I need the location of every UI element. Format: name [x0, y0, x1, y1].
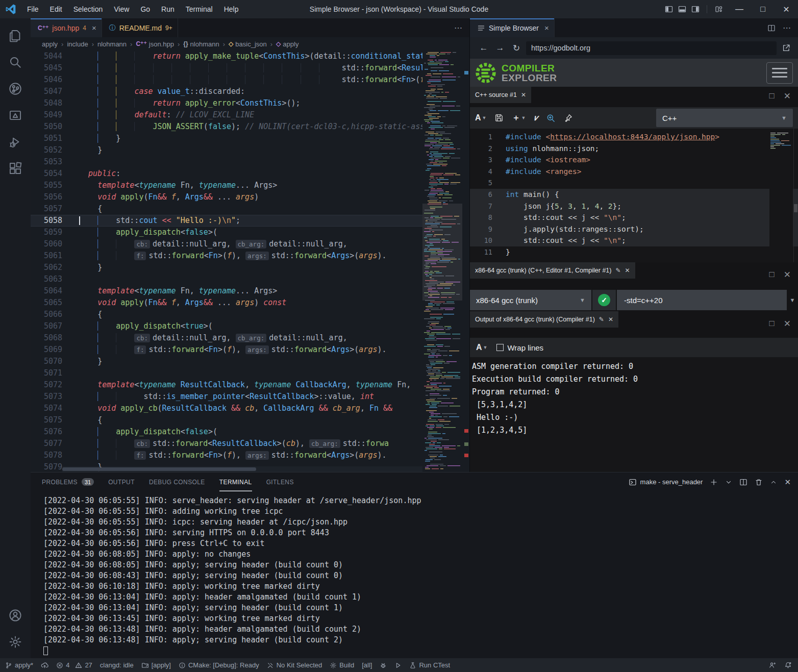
status-apply[interactable]: apply*	[5, 661, 33, 669]
source-control-icon[interactable]	[3, 76, 28, 102]
code-line-5077[interactable]: 5077 cb:std::forward<ResultCallback>(cb)…	[31, 438, 469, 450]
code-line-5078[interactable]: 5078 f:std::forward<Fn>(f), args:std::fo…	[31, 450, 469, 461]
tab-readme.md[interactable]: ⓘREADME.md9+	[102, 18, 178, 37]
code-line-5047[interactable]: 5047 case value_t::discarded:	[31, 86, 469, 97]
code-line-5053[interactable]: 5053	[31, 156, 469, 168]
tab-json.hpp[interactable]: C⁺⁺json.hpp4×	[31, 18, 102, 37]
close-pane-icon[interactable]: ✕	[784, 269, 791, 280]
close-tab-icon[interactable]: ×	[92, 23, 96, 32]
open-external-icon[interactable]	[780, 43, 793, 53]
godbolt-line-3[interactable]: 3#include <iostream>	[470, 154, 798, 166]
breadcrumb-item-json.hpp[interactable]: C⁺⁺json.hpp	[136, 40, 174, 48]
maximize-pane-icon[interactable]: □	[769, 91, 774, 102]
code-line-5073[interactable]: 5073 std::is_member_pointer<ResultCallba…	[31, 391, 469, 403]
code-line-5044[interactable]: 5044 return apply_make_tuple<ConstThis>(…	[31, 51, 469, 62]
code-line-5062[interactable]: 5062 }	[31, 262, 469, 273]
maximize-pane-icon[interactable]: □	[769, 318, 774, 329]
menu-help[interactable]: Help	[219, 3, 243, 15]
compiler-select[interactable]: x86-64 gcc (trunk)▼	[470, 290, 591, 310]
code-line-5071[interactable]: 5071	[31, 367, 469, 379]
code-line-5069[interactable]: 5069 f:std::forward<Fn>(f), args:std::fo…	[31, 344, 469, 356]
godbolt-line-8[interactable]: 8 std::cout << j << "\n";	[470, 212, 798, 223]
url-input[interactable]: https://godbolt.org	[526, 41, 777, 55]
font-size-button[interactable]: A▼	[476, 343, 487, 352]
breadcrumb-item-include[interactable]: include	[67, 40, 88, 48]
status-no-kit-selected[interactable]: No Kit Selected	[267, 661, 322, 669]
breadcrumb-item-apply[interactable]: apply	[42, 40, 58, 48]
new-terminal-icon[interactable]	[710, 478, 718, 486]
close-pane-icon[interactable]: ✕	[608, 316, 613, 323]
status-cmake-debug-ready[interactable]: CMake: [Debug]: Ready	[179, 661, 259, 669]
code-line-5060[interactable]: 5060 cb:detail::null_arg, cb_arg:detail:…	[31, 238, 469, 250]
code-line-5054[interactable]: 5054 public:	[31, 168, 469, 180]
godbolt-line-2[interactable]: 2using nlohmann::json;	[470, 143, 798, 155]
code-line-5051[interactable]: 5051 }	[31, 133, 469, 144]
maximize-pane-icon[interactable]: □	[769, 269, 774, 280]
explorer-icon[interactable]	[3, 22, 28, 49]
compiler-options-input[interactable]: -std=c++20	[617, 290, 787, 310]
vim-mode-icon[interactable]: 𝑣	[534, 113, 538, 122]
close-pane-icon[interactable]: ✕	[784, 318, 791, 329]
terminal-output[interactable]: [2022-04-30 06:05:55] INFO: serve_header…	[31, 491, 798, 658]
minimize-button[interactable]: —	[728, 0, 751, 18]
godbolt-line-7[interactable]: 7 json j{5, 3, 1, 4, 2};	[470, 201, 798, 212]
zoom-icon[interactable]	[546, 113, 556, 123]
status-apply[interactable]: [apply]	[141, 661, 171, 669]
horizontal-scrollbar[interactable]	[62, 466, 422, 472]
status-4[interactable]: 427	[56, 661, 92, 669]
code-line-5063[interactable]: 5063	[31, 273, 469, 285]
customize-layout-icon[interactable]	[710, 0, 728, 18]
code-line-5076[interactable]: 5076 apply_dispatch<false>(	[31, 426, 469, 438]
code-line-5049[interactable]: 5049 default: // LCOV_EXCL_LINE	[31, 109, 469, 121]
status-play[interactable]	[394, 662, 402, 669]
code-line-5046[interactable]: 5046 std::forward<Fn>(f), std::forward	[31, 74, 469, 86]
panel-tab-problems[interactable]: PROBLEMS31	[42, 472, 94, 491]
code-line-5052[interactable]: 5052 }	[31, 144, 469, 156]
code-editor[interactable]: 5044 return apply_make_tuple<ConstThis>(…	[31, 51, 469, 472]
options-dropdown-icon[interactable]: ▼	[787, 297, 798, 303]
more-actions-icon[interactable]: ⋯	[783, 23, 792, 33]
save-icon[interactable]	[494, 113, 504, 122]
code-line-5059[interactable]: 5059 apply_dispatch<false>(	[31, 227, 469, 238]
panel-tab-output[interactable]: OUTPUT	[108, 472, 135, 491]
code-line-5068[interactable]: 5068 cb:detail::null_arg, cb_arg:detail:…	[31, 332, 469, 344]
back-icon[interactable]: ←	[477, 43, 490, 53]
code-line-5058[interactable]: 5058 std::cout << "Hello :-)\n";	[31, 215, 469, 227]
code-line-5061[interactable]: 5061 f:std::forward<Fn>(f), args:std::fo…	[31, 250, 469, 262]
language-select[interactable]: C++▼	[656, 109, 793, 127]
godbolt-line-4[interactable]: 4#include <ranges>	[470, 166, 798, 178]
code-line-5066[interactable]: 5066 {	[31, 309, 469, 320]
maximize-panel-icon[interactable]	[770, 479, 777, 486]
settings-icon[interactable]	[3, 629, 28, 655]
menu-selection[interactable]: Selection	[69, 3, 108, 15]
godbolt-line-6[interactable]: 6int main() {	[470, 189, 798, 201]
editor-minimap[interactable]	[422, 51, 462, 472]
extensions-icon[interactable]	[3, 155, 28, 182]
tab-cpp-source[interactable]: C++ source #1 ✕	[470, 87, 531, 103]
toggle-secondary-sidebar-icon[interactable]	[691, 5, 700, 13]
run-debug-icon[interactable]	[3, 129, 28, 155]
toggle-sidebar-icon[interactable]	[665, 5, 673, 13]
code-line-5072[interactable]: 5072 template<typename ResultCallback, t…	[31, 379, 469, 391]
code-line-5075[interactable]: 5075 {	[31, 414, 469, 426]
maximize-button[interactable]: □	[751, 0, 775, 18]
menu-edit[interactable]: Edit	[45, 3, 67, 15]
code-line-5074[interactable]: 5074 void apply_cb(ResultCallback && cb,…	[31, 403, 469, 414]
godbolt-scrollbar[interactable]	[793, 129, 798, 262]
status-feedback[interactable]	[768, 661, 776, 669]
status-bell[interactable]	[784, 661, 792, 669]
breadcrumb[interactable]: apply›include›nlohmann›C⁺⁺json.hpp›{}nlo…	[31, 37, 469, 51]
code-line-5050[interactable]: 5050 JSON_ASSERT(false); // NOLINT(cert-…	[31, 121, 469, 133]
forward-icon[interactable]: →	[493, 43, 507, 53]
status-all[interactable]: [all]	[362, 661, 372, 669]
status-run-ctest[interactable]: Run CTest	[409, 661, 450, 669]
menu-go[interactable]: Go	[136, 3, 155, 15]
code-line-5048[interactable]: 5048 return apply_error<ConstThis>();	[31, 97, 469, 109]
cmake-icon[interactable]	[3, 102, 28, 129]
reload-icon[interactable]: ↻	[510, 43, 523, 54]
breadcrumb-item-nlohmann[interactable]: {}nlohmann	[183, 40, 219, 48]
menu-run[interactable]: Run	[157, 3, 179, 15]
code-line-5065[interactable]: 5065 void apply(Fn&& f, Args&& ... args)…	[31, 297, 469, 309]
code-line-5064[interactable]: 5064 template<typename Fn, typename... A…	[31, 285, 469, 297]
edit-title-icon[interactable]: ✎	[615, 267, 620, 274]
